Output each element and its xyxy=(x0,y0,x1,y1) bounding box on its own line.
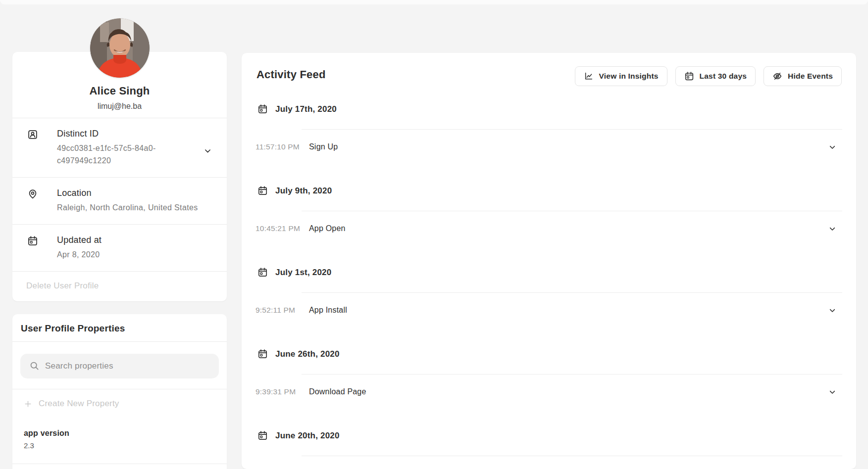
event-time xyxy=(255,456,302,469)
date-label: July 17th, 2020 xyxy=(275,104,337,114)
field-label: Updated at xyxy=(57,235,213,245)
property-name: app version xyxy=(24,428,215,438)
calendar-icon xyxy=(257,267,268,278)
activity-feed-actions: View in Insights Last 30 days Hide Event… xyxy=(575,66,842,86)
feed-group: June 20th, 2020 xyxy=(255,430,842,469)
search-box[interactable] xyxy=(20,354,219,378)
last-30-days-button[interactable]: Last 30 days xyxy=(675,66,756,86)
feed-group: June 26th, 20209:39:31 PMDownload Page xyxy=(255,349,842,396)
field-label: Distinct ID xyxy=(57,129,213,139)
event-expand-row[interactable]: Download Page xyxy=(302,374,842,396)
property-value: 2.3 xyxy=(24,441,215,450)
event-row: 11:57:10 PMSign Up xyxy=(255,129,842,151)
location-pin-icon xyxy=(27,188,38,199)
event-time: 9:52:11 PM xyxy=(255,292,302,315)
activity-feed-card: Activity Feed View in Insights Last 30 d… xyxy=(242,53,856,469)
top-nav-remnant xyxy=(0,0,868,4)
date-header: June 26th, 2020 xyxy=(255,349,842,359)
date-header: June 20th, 2020 xyxy=(255,430,842,441)
create-new-property-label: Create New Property xyxy=(39,399,119,409)
button-label: Hide Events xyxy=(788,72,833,81)
calendar-icon xyxy=(27,235,38,246)
field-value: Apr 8, 2020 xyxy=(57,248,213,261)
properties-search-block xyxy=(12,342,227,389)
profile-name: Alice Singh xyxy=(22,85,217,97)
button-label: Last 30 days xyxy=(700,72,747,81)
view-in-insights-button[interactable]: View in Insights xyxy=(575,66,667,86)
event-expand-row[interactable]: App Open xyxy=(302,211,842,233)
hide-events-button[interactable]: Hide Events xyxy=(764,66,842,86)
chevron-down-icon xyxy=(828,143,836,151)
eye-off-icon xyxy=(772,71,782,81)
search-icon xyxy=(29,361,40,371)
search-properties-input[interactable] xyxy=(45,354,214,378)
delete-user-profile-button[interactable]: Delete User Profile xyxy=(12,272,227,301)
event-time: 11:57:10 PM xyxy=(255,129,302,151)
field-row-distinct-id: Distinct ID 49cc0381-e1fc-57c5-84a0-c497… xyxy=(12,118,227,178)
chevron-down-icon xyxy=(828,388,836,396)
user-profile-properties-card: User Profile Properties Create New Prope… xyxy=(12,314,227,469)
chevron-down-icon xyxy=(828,225,836,233)
event-content xyxy=(302,456,842,469)
chevron-down-icon xyxy=(828,307,836,315)
create-new-property-button[interactable]: Create New Property xyxy=(12,389,227,418)
line-chart-icon xyxy=(584,71,594,81)
field-row-location: Location Raleigh, North Carolina, United… xyxy=(12,178,227,225)
id-card-icon xyxy=(27,129,38,140)
plus-icon xyxy=(24,400,32,408)
activity-feed-header: Activity Feed View in Insights Last 30 d… xyxy=(242,53,856,81)
date-label: June 20th, 2020 xyxy=(275,431,340,441)
feed-groups: July 17th, 202011:57:10 PMSign Up July 9… xyxy=(242,104,856,469)
field-label: Location xyxy=(57,188,213,198)
avatar xyxy=(90,18,150,78)
profile-sidebar: Alice Singh limuj@he.ba Distinct ID 49cc… xyxy=(12,52,227,469)
profile-card: Alice Singh limuj@he.ba Distinct ID 49cc… xyxy=(12,52,227,301)
profile-email: limuj@he.ba xyxy=(22,102,217,111)
calendar-icon xyxy=(257,349,268,359)
event-time: 9:39:31 PM xyxy=(255,374,302,396)
calendar-icon xyxy=(257,430,268,441)
event-time: 10:45:21 PM xyxy=(255,211,302,233)
event-name: Sign Up xyxy=(309,142,338,151)
event-name: App Install xyxy=(309,306,347,315)
date-header: July 9th, 2020 xyxy=(255,186,842,196)
chevron-down-icon[interactable] xyxy=(204,147,212,155)
event-expand-row[interactable]: App Install xyxy=(302,292,842,315)
calendar-icon xyxy=(257,104,268,114)
feed-group: July 9th, 202010:45:21 PMApp Open xyxy=(255,186,842,233)
event-row: 9:52:11 PMApp Install xyxy=(255,292,842,315)
date-label: July 9th, 2020 xyxy=(275,186,332,196)
field-row-updated-at: Updated at Apr 8, 2020 xyxy=(12,225,227,272)
calendar-icon xyxy=(684,71,694,81)
event-row xyxy=(255,456,842,469)
button-label: View in Insights xyxy=(599,72,659,81)
property-item: app version 2.3 xyxy=(12,418,227,464)
date-label: June 26th, 2020 xyxy=(275,349,340,359)
feed-group: July 17th, 202011:57:10 PMSign Up xyxy=(255,104,842,151)
properties-title: User Profile Properties xyxy=(12,314,227,342)
field-value: Raleigh, North Carolina, United States xyxy=(57,201,213,214)
feed-group: July 1st, 20209:52:11 PMApp Install xyxy=(255,267,842,315)
date-label: July 1st, 2020 xyxy=(275,268,331,278)
date-header: July 1st, 2020 xyxy=(255,267,842,278)
date-header: July 17th, 2020 xyxy=(255,104,842,114)
event-name: App Open xyxy=(309,224,346,233)
event-row: 9:39:31 PMDownload Page xyxy=(255,374,842,396)
event-name: Download Page xyxy=(309,387,366,396)
event-row: 10:45:21 PMApp Open xyxy=(255,211,842,233)
field-value: 49cc0381-e1fc-57c5-84a0-c497949c1220 xyxy=(57,142,177,167)
event-expand-row[interactable]: Sign Up xyxy=(302,129,842,151)
calendar-icon xyxy=(257,186,268,196)
